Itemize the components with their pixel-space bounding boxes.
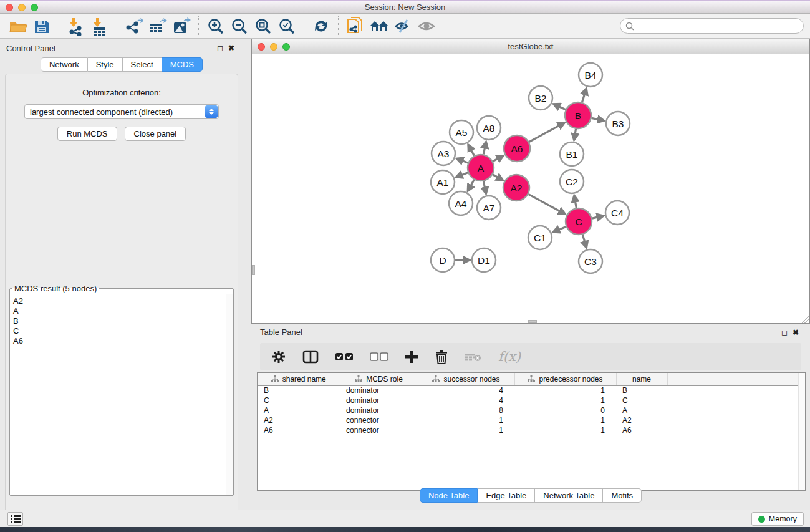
table-row[interactable]: Adominator80A bbox=[258, 405, 799, 415]
tab-motifs[interactable]: Motifs bbox=[603, 488, 642, 503]
column-header-predecessor-nodes[interactable]: predecessor nodes bbox=[514, 373, 616, 385]
delete-columns-button[interactable] bbox=[435, 349, 448, 364]
table-cell[interactable]: 4 bbox=[418, 385, 514, 395]
edge-A6-B[interactable] bbox=[529, 123, 564, 142]
table-cell[interactable]: C bbox=[616, 395, 667, 405]
tab-node-table[interactable]: Node Table bbox=[420, 488, 478, 503]
float-table-panel-icon[interactable]: ◻ bbox=[779, 328, 790, 337]
export-network-button[interactable] bbox=[122, 16, 146, 37]
import-network-button[interactable] bbox=[64, 16, 88, 37]
table-cell[interactable]: 1 bbox=[418, 425, 514, 435]
mcds-result-scrollbar[interactable] bbox=[226, 294, 233, 495]
table-cell[interactable]: 1 bbox=[514, 395, 616, 405]
tab-style[interactable]: Style bbox=[88, 57, 123, 72]
edge-A-A1[interactable] bbox=[456, 173, 468, 177]
search-input[interactable] bbox=[637, 21, 803, 31]
edge-C-C3[interactable] bbox=[582, 235, 586, 248]
hide-selected-button[interactable] bbox=[391, 16, 415, 37]
mcds-result-item[interactable]: A bbox=[13, 306, 223, 316]
edge-B-B4[interactable] bbox=[582, 89, 586, 102]
edge-A-A6[interactable] bbox=[493, 156, 503, 162]
table-cell[interactable]: B bbox=[616, 385, 667, 395]
edge-A-A4[interactable] bbox=[468, 180, 474, 191]
table-cell[interactable]: connector bbox=[340, 425, 418, 435]
unselect-all-columns-button[interactable] bbox=[370, 352, 388, 361]
edge-A-A2[interactable] bbox=[493, 175, 503, 180]
node-table[interactable]: shared nameMCDS rolesuccessor nodesprede… bbox=[257, 372, 806, 491]
table-cell[interactable]: A bbox=[258, 405, 340, 415]
table-cell[interactable]: A bbox=[616, 405, 667, 415]
open-file-button[interactable] bbox=[6, 16, 30, 37]
new-network-from-selection-button[interactable] bbox=[344, 16, 367, 37]
close-panel-icon[interactable]: ✖ bbox=[226, 44, 237, 52]
table-cell[interactable]: 0 bbox=[514, 405, 616, 415]
edge-B-B2[interactable] bbox=[554, 104, 566, 110]
edge-A-A3[interactable] bbox=[456, 158, 468, 163]
export-table-button[interactable] bbox=[146, 16, 170, 37]
close-panel-button[interactable]: Close panel bbox=[125, 127, 186, 141]
zoom-fit-button[interactable] bbox=[251, 16, 275, 37]
zoom-selected-button[interactable] bbox=[275, 16, 299, 37]
column-header-MCDS-role[interactable]: MCDS role bbox=[340, 373, 418, 385]
table-cell[interactable]: 8 bbox=[418, 405, 514, 415]
table-scrollbar[interactable] bbox=[798, 373, 805, 490]
export-image-button[interactable] bbox=[170, 16, 193, 37]
search-field[interactable] bbox=[620, 18, 804, 34]
edge-C-C1[interactable] bbox=[553, 227, 566, 233]
memory-button[interactable]: Memory bbox=[751, 512, 804, 526]
tab-select[interactable]: Select bbox=[123, 57, 162, 72]
edge-A-A8[interactable] bbox=[483, 142, 486, 155]
table-cell[interactable]: dominator bbox=[340, 385, 418, 395]
table-cell[interactable]: A6 bbox=[258, 425, 340, 435]
mcds-result-item[interactable]: A6 bbox=[13, 336, 223, 346]
table-cell[interactable]: 1 bbox=[418, 415, 514, 425]
zoom-in-button[interactable] bbox=[204, 16, 228, 37]
delete-table-button[interactable] bbox=[465, 352, 482, 362]
column-header-shared-name[interactable]: shared name bbox=[258, 373, 340, 385]
import-table-button[interactable] bbox=[88, 16, 112, 37]
network-canvas[interactable]: B4B2BB3A8A5A6A3B1AC2A1A2A4A7C4CC1C3DD1 bbox=[252, 54, 809, 323]
edge-B-B3[interactable] bbox=[592, 118, 604, 120]
column-header-name[interactable]: name bbox=[616, 373, 667, 385]
edge-C-C2[interactable] bbox=[574, 196, 576, 208]
tab-network-table[interactable]: Network Table bbox=[535, 488, 603, 503]
float-panel-icon[interactable]: ◻ bbox=[215, 44, 226, 52]
table-cell[interactable]: dominator bbox=[340, 395, 418, 405]
mcds-result-item[interactable]: A2 bbox=[13, 296, 223, 306]
table-cell[interactable]: connector bbox=[340, 415, 418, 425]
select-all-columns-button[interactable] bbox=[335, 352, 354, 361]
table-cell[interactable]: 1 bbox=[514, 425, 616, 435]
network-vertical-scrollbar[interactable] bbox=[252, 265, 255, 275]
apply-layout-button[interactable] bbox=[309, 16, 333, 37]
run-mcds-button[interactable]: Run MCDS bbox=[57, 127, 117, 141]
table-row[interactable]: A6connector11A6 bbox=[258, 425, 799, 435]
table-row[interactable]: Cdominator41C bbox=[258, 395, 799, 405]
close-table-panel-icon[interactable]: ✖ bbox=[790, 328, 801, 337]
table-cell[interactable]: A2 bbox=[258, 415, 340, 425]
mcds-result-item[interactable]: B bbox=[13, 316, 223, 326]
table-cell[interactable]: 4 bbox=[418, 395, 514, 405]
table-cell[interactable]: 1 bbox=[514, 415, 616, 425]
criterion-select[interactable]: largest connected component (directed) bbox=[24, 104, 219, 119]
edge-C-C4[interactable] bbox=[592, 216, 603, 218]
zoom-out-button[interactable] bbox=[228, 16, 251, 37]
first-neighbors-button[interactable] bbox=[367, 16, 391, 37]
tab-edge-table[interactable]: Edge Table bbox=[478, 488, 535, 503]
create-column-button[interactable] bbox=[405, 350, 418, 364]
edge-A2-C[interactable] bbox=[528, 194, 565, 214]
table-cell[interactable]: A6 bbox=[616, 425, 667, 435]
table-options-button[interactable] bbox=[271, 349, 286, 364]
table-cell[interactable]: A2 bbox=[616, 415, 667, 425]
tab-network[interactable]: Network bbox=[41, 57, 88, 72]
function-builder-button[interactable]: f(x) bbox=[498, 349, 521, 364]
network-window-titlebar[interactable]: testGlobe.txt bbox=[252, 39, 809, 54]
show-column-button[interactable] bbox=[302, 350, 319, 364]
table-row[interactable]: Bdominator41B bbox=[258, 385, 799, 395]
mcds-result-list[interactable]: A2ABCA6 bbox=[11, 295, 226, 495]
table-row[interactable]: A2connector11A2 bbox=[258, 415, 799, 425]
table-cell[interactable]: dominator bbox=[340, 405, 418, 415]
table-cell[interactable]: 1 bbox=[514, 385, 616, 395]
tab-mcds[interactable]: MCDS bbox=[162, 57, 203, 72]
table-cell[interactable]: C bbox=[258, 395, 340, 405]
show-all-button[interactable] bbox=[415, 16, 438, 37]
